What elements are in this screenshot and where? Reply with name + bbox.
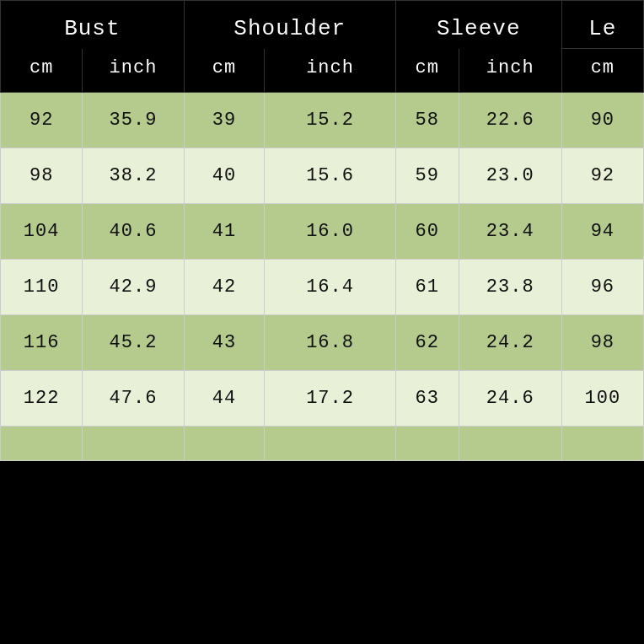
table-cell: 42 <box>184 260 265 315</box>
table-cell: 23.0 <box>459 148 561 204</box>
table-cell: 90 <box>561 93 643 148</box>
column-group-header-row: Bust Shoulder Sleeve Le <box>1 1 644 49</box>
table-cell: 43 <box>184 315 265 371</box>
table-cell: 92 <box>561 148 643 204</box>
table-cell: 60 <box>395 204 459 260</box>
size-chart: Bust Shoulder Sleeve Le cm inch cm inch … <box>0 0 644 461</box>
table-cell: 61 <box>395 260 459 315</box>
table-cell <box>561 427 643 461</box>
table-cell <box>83 427 184 461</box>
table-cell: 58 <box>395 93 459 148</box>
table-cell: 15.6 <box>265 148 395 204</box>
table-row: 9838.24015.65923.092 <box>1 148 644 204</box>
table-cell: 62 <box>395 315 459 371</box>
table-cell: 41 <box>184 204 265 260</box>
table-cell: 104 <box>1 204 83 260</box>
table-cell: 96 <box>561 260 643 315</box>
shoulder-group-header: Shoulder <box>184 1 395 49</box>
table-cell <box>459 427 561 461</box>
bust-inch-header: inch <box>83 49 184 93</box>
table-cell: 40.6 <box>83 204 184 260</box>
bust-group-header: Bust <box>1 1 185 49</box>
table-row <box>1 427 644 461</box>
bust-cm-header: cm <box>1 49 83 93</box>
sleeve-inch-header: inch <box>459 49 561 93</box>
table-cell: 39 <box>184 93 265 148</box>
table-cell: 110 <box>1 260 83 315</box>
table-cell: 35.9 <box>83 93 184 148</box>
table-cell: 100 <box>561 371 643 427</box>
table-row: 12247.64417.26324.6100 <box>1 371 644 427</box>
table-row: 9235.93915.25822.690 <box>1 93 644 148</box>
table-cell <box>265 427 395 461</box>
table-cell: 40 <box>184 148 265 204</box>
table-cell: 16.8 <box>265 315 395 371</box>
table-row: 11042.94216.46123.896 <box>1 260 644 315</box>
table-cell: 23.4 <box>459 204 561 260</box>
sleeve-cm-header: cm <box>395 49 459 93</box>
table-cell: 24.2 <box>459 315 561 371</box>
table-cell: 59 <box>395 148 459 204</box>
sleeve-group-header: Sleeve <box>395 1 561 49</box>
table-cell: 45.2 <box>83 315 184 371</box>
table-cell: 116 <box>1 315 83 371</box>
table-cell: 44 <box>184 371 265 427</box>
table-row: 11645.24316.86224.298 <box>1 315 644 371</box>
table-cell: 63 <box>395 371 459 427</box>
shoulder-inch-header: inch <box>265 49 395 93</box>
table-cell <box>184 427 265 461</box>
shoulder-cm-header: cm <box>184 49 265 93</box>
table-cell: 17.2 <box>265 371 395 427</box>
table-cell: 92 <box>1 93 83 148</box>
table-cell: 22.6 <box>459 93 561 148</box>
table-cell: 47.6 <box>83 371 184 427</box>
table-cell: 98 <box>561 315 643 371</box>
table-cell: 16.4 <box>265 260 395 315</box>
length-cm-header: cm <box>561 49 643 93</box>
table-cell: 42.9 <box>83 260 184 315</box>
table-cell <box>1 427 83 461</box>
length-group-header: Le <box>561 1 643 49</box>
table-cell: 24.6 <box>459 371 561 427</box>
table-cell: 94 <box>561 204 643 260</box>
table-cell: 15.2 <box>265 93 395 148</box>
table-cell: 16.0 <box>265 204 395 260</box>
table-cell: 38.2 <box>83 148 184 204</box>
table-row: 10440.64116.06023.494 <box>1 204 644 260</box>
unit-header-row: cm inch cm inch cm inch cm <box>1 49 644 93</box>
table-cell: 23.8 <box>459 260 561 315</box>
table-cell: 122 <box>1 371 83 427</box>
table-cell: 98 <box>1 148 83 204</box>
table-cell <box>395 427 459 461</box>
